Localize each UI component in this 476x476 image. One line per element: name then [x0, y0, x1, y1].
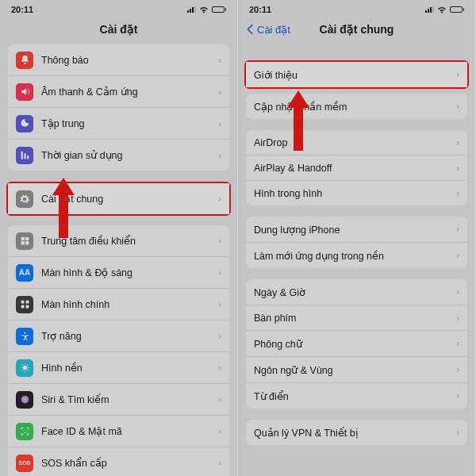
settings-list[interactable]: Thông báo›Âm thanh & Cảm ứng›Tập trung›T…	[0, 43, 237, 476]
chevron-right-icon: ›	[218, 363, 221, 374]
svg-point-11	[23, 430, 24, 431]
focus-icon	[16, 115, 33, 132]
settings-row[interactable]: Tập trung›	[8, 108, 229, 140]
row-label: Làm mới ứng dụng trong nền	[254, 250, 451, 262]
control-center-icon	[16, 232, 33, 250]
chevron-right-icon: ›	[218, 267, 221, 278]
chevron-right-icon: ›	[218, 331, 221, 342]
accessibility-icon	[16, 328, 33, 345]
sound-icon	[16, 83, 33, 101]
settings-row[interactable]: AirDrop›	[246, 130, 467, 155]
row-about[interactable]: Giới thiệu ›	[246, 62, 467, 87]
row-label: Quản lý VPN & Thiết bị	[254, 427, 451, 439]
row-general-highlighted: Cài đặt chung ›	[6, 182, 231, 216]
settings-row[interactable]: Làm mới ứng dụng trong nền›	[246, 243, 467, 268]
settings-screen: 20:11 Cài đặt Thông báo›Âm thanh & Cảm ứ…	[0, 0, 238, 476]
settings-row[interactable]: Bàn phím›	[246, 305, 467, 331]
notification-icon	[16, 52, 33, 69]
row-general[interactable]: Cài đặt chung ›	[8, 183, 229, 214]
settings-row[interactable]: Màn hình chính›	[8, 289, 229, 321]
settings-row[interactable]: Dung lượng iPhone›	[246, 217, 467, 243]
svg-rect-2	[21, 241, 24, 244]
chevron-right-icon: ›	[456, 286, 459, 298]
siri-icon	[16, 391, 33, 409]
settings-row[interactable]: Siri & Tìm kiếm›	[8, 384, 229, 416]
svg-rect-4	[21, 301, 24, 304]
row-label: Từ điển	[254, 390, 451, 402]
back-label: Cài đặt	[257, 24, 290, 36]
settings-row[interactable]: Thông báo›	[8, 44, 229, 76]
gear-icon	[16, 190, 33, 208]
row-label: Giới thiệu	[254, 69, 451, 81]
row-label: AirDrop	[254, 137, 451, 148]
general-list[interactable]: Giới thiệu › Cập nhật phần mềm› AirDrop›…	[238, 43, 475, 476]
row-label: Âm thanh & Cảm ứng	[41, 86, 213, 98]
settings-row[interactable]: Trợ năng›	[8, 321, 229, 352]
settings-row[interactable]: AirPlay & Handoff›	[246, 155, 467, 181]
chevron-right-icon: ›	[218, 426, 221, 437]
chevron-right-icon: ›	[218, 150, 221, 161]
svg-point-9	[22, 366, 26, 370]
chevron-right-icon: ›	[218, 458, 221, 469]
svg-rect-5	[25, 301, 29, 304]
row-label: Cài đặt chung	[41, 193, 213, 205]
chevron-right-icon: ›	[456, 390, 459, 401]
chevron-right-icon: ›	[218, 86, 221, 98]
row-label: AirPlay & Handoff	[254, 163, 451, 174]
status-bar: 20:11	[238, 0, 475, 16]
svg-rect-3	[25, 241, 29, 244]
chevron-right-icon: ›	[218, 194, 221, 205]
settings-row[interactable]: AAMàn hình & Độ sáng›	[8, 257, 229, 289]
navbar: Cài đặt Cài đặt chung	[238, 16, 475, 43]
chevron-right-icon: ›	[456, 101, 459, 112]
row-label: Tập trung	[41, 117, 213, 129]
row-label: Siri & Tìm kiếm	[41, 393, 213, 405]
settings-row[interactable]: Trung tâm điều khiển›	[8, 225, 229, 257]
chevron-right-icon: ›	[456, 137, 459, 148]
row-label: Phông chữ	[254, 338, 451, 350]
row-label: Ngày & Giờ	[254, 286, 451, 298]
settings-row[interactable]: Âm thanh & Cảm ứng›	[8, 76, 229, 108]
settings-row[interactable]: Hình trong hình›	[246, 181, 467, 205]
battery-icon	[450, 6, 465, 13]
svg-rect-6	[21, 305, 24, 309]
chevron-right-icon: ›	[218, 236, 221, 247]
status-right	[187, 6, 227, 13]
back-button[interactable]: Cài đặt	[244, 24, 290, 36]
settings-row[interactable]: Phông chữ›	[246, 331, 467, 357]
chevron-right-icon: ›	[456, 364, 459, 375]
settings-row[interactable]: SOSSOS khẩn cấp›	[8, 447, 229, 476]
group-general-below: Trung tâm điều khiển›AAMàn hình & Độ sán…	[8, 225, 229, 476]
svg-point-12	[25, 430, 26, 431]
chevron-right-icon: ›	[456, 224, 459, 235]
chevron-right-icon: ›	[456, 427, 459, 438]
settings-row[interactable]: Ngày & Giờ›	[246, 279, 467, 305]
chevron-right-icon: ›	[456, 313, 459, 324]
row-label: Thông báo	[41, 55, 213, 66]
settings-row[interactable]: Quản lý VPN & Thiết bị›	[246, 420, 467, 445]
display-icon: AA	[16, 264, 33, 282]
chevron-right-icon: ›	[456, 69, 459, 80]
settings-row[interactable]: Từ điển›	[246, 383, 467, 409]
row-label: SOS khẩn cấp	[41, 457, 213, 469]
chevron-right-icon: ›	[218, 394, 221, 405]
settings-row[interactable]: Face ID & Mật mã›	[8, 416, 229, 447]
wifi-icon	[437, 6, 447, 13]
row-label: Màn hình & Độ sáng	[41, 267, 213, 278]
chevron-right-icon: ›	[218, 118, 221, 129]
row-label: Trợ năng	[41, 330, 213, 342]
status-bar: 20:11	[0, 0, 237, 16]
group-d: Ngày & Giờ›Bàn phím›Phông chữ›Ngôn ngữ &…	[246, 279, 467, 409]
row-label: Ngôn ngữ & Vùng	[254, 364, 451, 376]
settings-row[interactable]: Hình nền›	[8, 352, 229, 384]
settings-row[interactable]: Cập nhật phần mềm›	[246, 94, 467, 119]
battery-icon	[212, 6, 227, 13]
screentime-icon	[16, 147, 33, 164]
status-time: 20:11	[11, 5, 33, 14]
row-label: Trung tâm điều khiển	[41, 235, 213, 247]
settings-row[interactable]: Thời gian sử dụng›	[8, 140, 229, 171]
wallpaper-icon	[16, 359, 33, 377]
settings-row[interactable]: Ngôn ngữ & Vùng›	[246, 357, 467, 383]
row-label: Màn hình chính	[41, 299, 213, 310]
svg-rect-7	[25, 305, 29, 309]
